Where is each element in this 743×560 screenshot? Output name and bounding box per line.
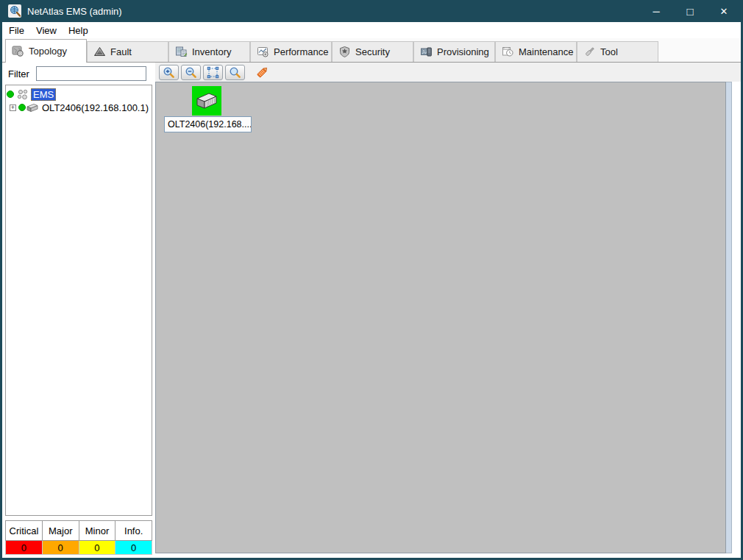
alarm-count-critical: 0 [6,541,43,555]
map-workarea: OLT2406(192.168.... [155,63,741,558]
canvas-wrap: OLT2406(192.168.... [155,82,741,553]
map-node-label[interactable]: OLT2406(192.168.... [164,116,252,132]
window-title: NetAtlas EMS (admin) [27,6,122,17]
tree-node-label[interactable]: EMS [31,88,56,101]
provisioning-icon [420,46,433,58]
minimize-icon: ─ [653,6,659,17]
tab-maintenance[interactable]: Maintenance [495,41,577,62]
window-controls: ─ □ ✕ [639,0,741,22]
tab-strip-filler [658,38,741,62]
tab-provisioning[interactable]: Provisioning [413,41,495,62]
topology-tree[interactable]: EMS + OLT2406(192.168.100.1) [5,85,152,516]
close-icon: ✕ [720,6,728,17]
maintenance-calendar-icon [502,46,514,58]
tree-node-olt2406[interactable]: + OLT2406(192.168.100.1) [6,101,152,114]
magnifier-button[interactable] [225,65,245,80]
zoom-area-selection-icon [207,66,219,79]
olt-node-status-box[interactable] [192,86,221,116]
tab-inventory[interactable]: Inventory [168,41,250,62]
alarm-summary-table: Critical Major Minor Info. 0 0 0 0 [5,520,152,555]
topology-map-icon [12,45,24,57]
menu-help[interactable]: Help [68,25,88,36]
ems-network-icon [16,89,29,100]
tab-label: Topology [29,46,67,57]
minimize-button[interactable]: ─ [639,0,673,22]
tab-tool[interactable]: Tool [577,41,658,62]
zoom-in-button[interactable] [159,65,179,80]
alarm-count-minor: 0 [79,541,115,555]
zoom-out-magnifier-icon [185,66,197,79]
pencil-icon [255,65,270,79]
tab-label: Performance [274,46,328,57]
topology-canvas[interactable]: OLT2406(192.168.... [155,82,726,553]
tab-label: Provisioning [437,46,489,57]
alarm-col-info: Info. [115,521,152,541]
maximize-icon: □ [686,5,693,18]
filter-row: Filter [5,64,152,83]
tool-screwdriver-icon [583,46,596,58]
tab-performance[interactable]: Performance [250,41,332,62]
menu-file[interactable]: File [9,25,24,36]
olt-chassis-icon [195,91,218,111]
tree-node-ems[interactable]: EMS [6,88,152,101]
olt-device-icon [26,102,39,113]
menu-view[interactable]: View [36,25,57,36]
magnifier-icon [229,66,241,79]
edit-link-button[interactable] [254,63,271,81]
map-node-olt2406[interactable]: OLT2406(192.168.... [164,86,252,132]
alarm-col-major: Major [42,521,79,541]
fault-warning-icon [93,46,106,58]
vertical-scrollbar[interactable] [726,82,732,553]
alarm-col-critical: Critical [6,521,43,541]
right-margin [732,82,741,553]
tree-node-label[interactable]: OLT2406(192.168.100.1) [40,102,150,113]
menu-bar: File View Help [2,22,741,38]
main-tab-strip: Topology Fault [2,38,741,63]
expand-toggle-icon[interactable]: + [10,104,16,111]
status-up-dot [18,104,26,111]
tab-fault[interactable]: Fault [87,41,168,62]
status-up-dot [7,91,14,98]
netatlas-logo-icon [8,4,21,18]
zoom-out-button[interactable] [181,65,201,80]
maximize-button[interactable]: □ [673,0,707,22]
zoom-area-button[interactable] [203,65,223,80]
tab-label: Tool [600,46,618,57]
security-shield-icon [338,46,351,58]
inventory-clipboard-icon [175,46,188,58]
alarm-header-row: Critical Major Minor Info. [6,521,152,541]
sidebar: Filter [2,63,152,558]
alarm-count-info: 0 [115,541,152,555]
tab-label: Fault [110,46,132,57]
tab-label: Security [355,46,390,57]
tab-label: Maintenance [519,46,573,57]
app-window: NetAtlas EMS (admin) ─ □ ✕ File View Hel… [0,0,743,560]
zoom-in-magnifier-icon [163,66,175,79]
tab-topology[interactable]: Topology [5,39,87,63]
main-content: Filter [2,63,741,558]
filter-label: Filter [8,68,29,79]
close-button[interactable]: ✕ [707,0,741,22]
alarm-count-row: 0 0 0 0 [6,541,152,555]
title-bar: NetAtlas EMS (admin) ─ □ ✕ [2,0,741,22]
map-toolbar [155,63,741,82]
filter-input[interactable] [36,66,146,81]
tab-label: Inventory [192,46,231,57]
alarm-count-major: 0 [42,541,79,555]
alarm-col-minor: Minor [79,521,115,541]
performance-chart-icon [257,46,269,58]
tab-security[interactable]: Security [332,41,413,62]
